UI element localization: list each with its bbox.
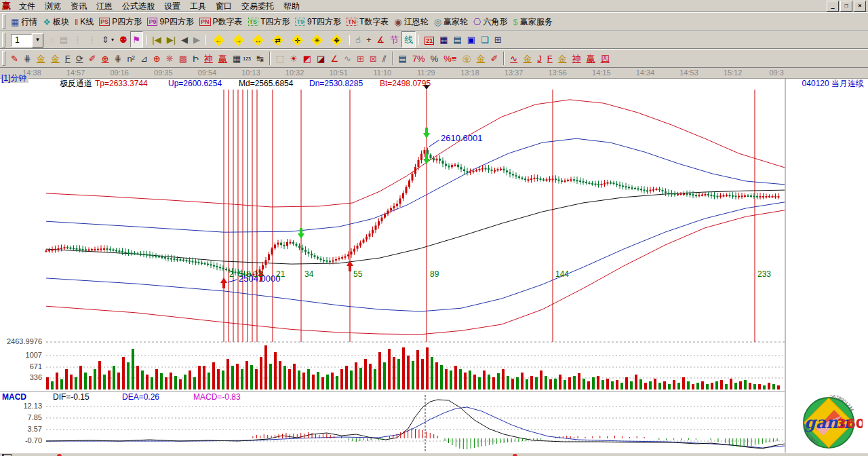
chevron-down-icon[interactable]: ▾ <box>111 37 114 43</box>
parallel-button[interactable]: ⫽ <box>380 50 389 66</box>
menu-江恩[interactable]: 江恩 <box>92 1 117 12</box>
menu-资讯[interactable]: 资讯 <box>66 1 92 12</box>
goto-end-button[interactable]: ▶| <box>164 31 178 48</box>
t-table-button[interactable]: TNT数字表 <box>344 14 391 30</box>
f-angle-button[interactable]: F <box>545 50 555 66</box>
chevron-down-icon[interactable]: ▼ <box>32 33 43 48</box>
stats-button[interactable]: ▤ <box>396 50 410 66</box>
shen-angle-button[interactable]: 神 <box>570 50 584 66</box>
menu-设置[interactable]: 设置 <box>159 1 185 12</box>
quotes-button[interactable]: ▦行情 <box>8 14 40 30</box>
menu-窗口[interactable]: 窗口 <box>211 1 237 12</box>
menu-浏览[interactable]: 浏览 <box>40 1 66 12</box>
gold-angle-button[interactable]: 金 <box>520 50 534 66</box>
zigzag-button[interactable]: ∿ <box>341 50 354 66</box>
ruler2-button[interactable]: ⋕ <box>111 50 124 66</box>
ying-tool-button[interactable]: 赢 <box>216 50 230 66</box>
gann-grid2-button[interactable]: ⊠ <box>367 50 380 66</box>
period-combo[interactable]: 1 ▼ <box>11 33 43 48</box>
red-grid-button[interactable]: ▩ <box>176 50 190 66</box>
9t-square-button[interactable]: T99T四方形 <box>292 14 344 30</box>
fan-rays-button[interactable]: ☀ <box>287 50 300 66</box>
nav-center-button[interactable]: ✥ <box>327 32 347 48</box>
nav-star-button[interactable]: ✳ <box>307 32 327 48</box>
gold-line-button[interactable]: 金 <box>473 50 488 66</box>
chart9-button[interactable]: ⋮ <box>85 31 99 48</box>
flag-button[interactable]: ⚑ <box>130 31 144 48</box>
menu-文件[interactable]: 文件 <box>14 1 40 12</box>
step-fwd-button[interactable]: ▶ <box>191 31 203 48</box>
notes-button[interactable]: ▤ <box>451 31 465 48</box>
menu-工具[interactable]: 工具 <box>185 1 211 12</box>
wave-angle-button[interactable]: ∿ <box>507 50 520 66</box>
target-button[interactable]: ⊕ <box>151 50 163 66</box>
j-angle-button[interactable]: J <box>534 50 545 66</box>
9p-square-button[interactable]: P99P四方形 <box>144 14 197 30</box>
overlay-button[interactable]: ◌ <box>46 31 57 48</box>
nav-right-button[interactable]: → <box>229 32 248 48</box>
winner-wheel-button[interactable]: ◎赢家轮 <box>431 14 471 30</box>
nav-swap-button[interactable]: ⇄ <box>268 32 288 48</box>
pct-lines-button[interactable]: %≡ <box>441 50 459 66</box>
circle-grid-button[interactable]: ⊕ <box>99 50 112 66</box>
gold-angle2-button[interactable]: 金 <box>555 50 570 66</box>
menu-公式选股[interactable]: 公式选股 <box>117 1 159 12</box>
minimize-button[interactable]: _ <box>827 1 839 12</box>
gold-grid-2-button[interactable]: 金 <box>48 50 62 66</box>
calculator-button[interactable]: ▦ <box>437 31 450 48</box>
si-angle-button[interactable]: 四 <box>598 50 612 66</box>
spiral-button[interactable]: ⟳ <box>73 50 86 66</box>
pen-grid-button[interactable]: ✐ <box>86 50 99 66</box>
candle-style-button[interactable]: ⇕▾ <box>99 31 117 48</box>
toolbar-grip[interactable] <box>2 33 5 48</box>
winner-service-button[interactable]: $赢家服务 <box>510 14 555 30</box>
save-button[interactable]: ▣ <box>465 31 478 48</box>
shen-tool-button[interactable]: 神 <box>201 50 216 66</box>
crosshair-tool-button[interactable]: + <box>363 31 374 48</box>
k-mark-button[interactable]: Ի <box>190 50 201 66</box>
lines-tool-button[interactable]: 线 <box>401 31 416 48</box>
gold-circle-button[interactable]: ㊎ <box>459 50 473 66</box>
p-square-button[interactable]: PSP四方形 <box>96 14 144 30</box>
ruler-button[interactable]: ⋕ <box>21 50 34 66</box>
fan-box-button[interactable]: ◩ <box>300 50 314 66</box>
period-combo-value[interactable]: 1 <box>11 34 32 47</box>
triangle-button[interactable]: ⊿ <box>138 50 151 66</box>
order-button[interactable]: ⊞ <box>492 31 505 48</box>
toolbar-grip[interactable] <box>2 14 5 29</box>
fan-box-dark-button[interactable]: ◪ <box>314 50 328 66</box>
star-grid-button[interactable]: ❋ <box>163 50 176 66</box>
gann-grid-button[interactable]: ⊞ <box>354 50 367 66</box>
span-tool-button[interactable]: ↹ <box>254 50 267 66</box>
p-table-button[interactable]: PNP数字表 <box>197 14 245 30</box>
goto-start-button[interactable]: |◀ <box>149 31 163 48</box>
pct7-button[interactable]: 7% <box>410 50 428 66</box>
nav-left-button[interactable]: ← <box>209 32 229 48</box>
t-square-button[interactable]: TST四方形 <box>245 14 293 30</box>
angle-lines-button[interactable]: ∠ <box>328 50 341 66</box>
pattern-button[interactable]: ⚉ <box>117 31 130 48</box>
box-tool-button[interactable]: ⬚ <box>273 50 287 66</box>
festival-button[interactable]: 节 <box>387 31 401 48</box>
hand-tool-button[interactable]: ☝ <box>353 31 363 48</box>
angle-tool-button[interactable]: ∡ <box>374 31 388 48</box>
info-button[interactable]: ▤ <box>57 31 71 48</box>
close-button[interactable]: × <box>854 1 866 12</box>
restore-button[interactable]: ❐ <box>840 1 852 12</box>
copy-button[interactable]: ❏ <box>478 31 492 48</box>
chart3-button[interactable]: ⋮ <box>71 31 85 48</box>
calendar-button[interactable]: 21 <box>422 33 437 49</box>
gann-wheel-button[interactable]: ◉江恩轮 <box>391 14 431 30</box>
gold-grid-1-button[interactable]: 金 <box>34 50 48 66</box>
step-back-button[interactable]: ◀ <box>178 31 191 48</box>
nav-both-button[interactable]: ↔ <box>248 32 268 48</box>
pct-button[interactable]: % <box>428 50 441 66</box>
f-grid-button[interactable]: F <box>62 50 73 66</box>
pencil-button[interactable]: ✎ <box>8 50 21 66</box>
sectors-button[interactable]: ❖板块 <box>40 14 72 30</box>
kline-button[interactable]: ‖K线 <box>72 14 96 30</box>
menu-帮助[interactable]: 帮助 <box>279 1 304 12</box>
ying-angle-button[interactable]: 赢 <box>584 50 598 66</box>
pen2-button[interactable]: ✐ <box>488 50 500 66</box>
hexagon-button[interactable]: ⎔六角形 <box>471 14 510 30</box>
